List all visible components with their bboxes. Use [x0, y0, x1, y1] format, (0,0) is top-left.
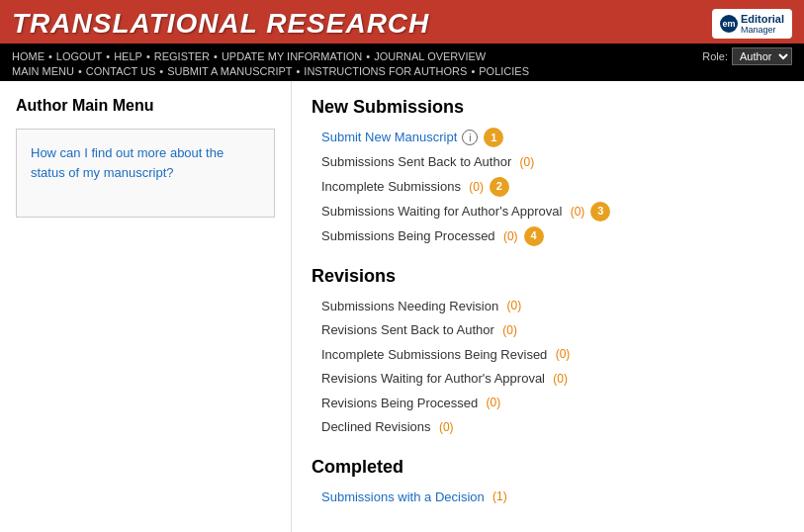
item-count: (0): [500, 227, 518, 245]
navbar-row2: MAIN MENU• CONTACT US• SUBMIT A MANUSCRI…: [12, 65, 792, 77]
nav-journal-overview[interactable]: JOURNAL OVERVIEW: [374, 50, 486, 62]
list-item: Declined Revisions (0): [321, 417, 784, 437]
site-title: TRANSLATIONAL RESEARCH: [12, 8, 429, 40]
item-label: Revisions Waiting for Author's Approval: [321, 369, 545, 389]
item-label: Revisions Sent Back to Author: [321, 320, 494, 340]
item-label: Submissions Sent Back to Author: [321, 152, 511, 172]
badge-2: 2: [490, 177, 509, 197]
new-submissions-section: New Submissions Submit New Manuscript i …: [312, 97, 784, 246]
item-count: (0): [567, 203, 584, 221]
submissions-decision-link[interactable]: Submissions with a Decision: [321, 488, 485, 507]
role-select[interactable]: Author: [732, 47, 792, 65]
item-label: Submissions Needing Revision: [321, 297, 498, 316]
item-label: Incomplete Submissions: [321, 177, 461, 197]
list-item: Incomplete Submissions Being Revised (0): [321, 345, 784, 365]
navbar: HOME• LOGOUT• HELP• REGISTER• UPDATE MY …: [0, 44, 804, 81]
em-editorial: Editorial: [741, 13, 784, 25]
completed-list: Submissions with a Decision (1): [321, 488, 784, 507]
em-logo-circle: em: [720, 15, 738, 33]
badge-4: 4: [524, 226, 544, 246]
header: TRANSLATIONAL RESEARCH em Editorial Mana…: [0, 0, 804, 44]
item-label: Submissions Being Processed: [321, 226, 495, 246]
item-label: Declined Revisions: [321, 417, 431, 437]
item-count: (0): [550, 370, 568, 388]
completed-title: Completed: [312, 457, 784, 478]
nav-update[interactable]: UPDATE MY INFORMATION: [222, 50, 362, 62]
em-badge: em Editorial Manager: [712, 9, 792, 39]
list-item: Revisions Being Processed (0): [321, 394, 784, 413]
list-item: Submit New Manuscript i 1: [321, 128, 784, 147]
sidebar-help-link[interactable]: How can I find out more about the status…: [31, 145, 223, 180]
revisions-title: Revisions: [312, 266, 784, 287]
main-layout: Author Main Menu How can I find out more…: [0, 81, 804, 532]
content-area: New Submissions Submit New Manuscript i …: [292, 81, 804, 532]
info-icon[interactable]: i: [462, 130, 478, 145]
nav-contact[interactable]: CONTACT US: [86, 65, 156, 77]
em-manager: Manager: [741, 25, 784, 35]
nav-home[interactable]: HOME: [12, 50, 45, 62]
new-submissions-list: Submit New Manuscript i 1 Submissions Se…: [321, 128, 784, 246]
item-label: Submissions Waiting for Author's Approva…: [321, 202, 562, 222]
item-count: (0): [499, 321, 517, 339]
role-label: Role:: [702, 50, 728, 62]
nav-submit-manuscript[interactable]: SUBMIT A MANUSCRIPT: [167, 65, 292, 77]
revisions-list: Submissions Needing Revision (0) Revisio…: [321, 297, 784, 437]
nav-main-menu[interactable]: MAIN MENU: [12, 65, 74, 77]
item-label: Revisions Being Processed: [321, 394, 478, 413]
new-submissions-title: New Submissions: [312, 97, 784, 118]
nav-register[interactable]: REGISTER: [154, 50, 210, 62]
item-count: (0): [466, 178, 484, 196]
item-label: Incomplete Submissions Being Revised: [321, 345, 547, 365]
list-item: Submissions Needing Revision (0): [321, 297, 784, 316]
list-item: Submissions with a Decision (1): [321, 488, 784, 507]
item-count: (0): [436, 418, 454, 436]
nav-help[interactable]: HELP: [114, 50, 142, 62]
revisions-section: Revisions Submissions Needing Revision (…: [312, 266, 784, 437]
badge-1: 1: [484, 128, 503, 147]
list-item: Submissions Waiting for Author's Approva…: [321, 202, 784, 222]
badge-3: 3: [590, 202, 610, 222]
list-item: Submissions Being Processed (0) 4: [321, 226, 784, 246]
nav-logout[interactable]: LOGOUT: [56, 50, 102, 62]
list-item: Revisions Waiting for Author's Approval …: [321, 369, 784, 389]
sidebar-title: Author Main Menu: [16, 97, 275, 115]
list-item: Submissions Sent Back to Author (0): [321, 152, 784, 172]
nav-policies[interactable]: POLICIES: [479, 65, 529, 77]
list-item: Revisions Sent Back to Author (0): [321, 320, 784, 340]
nav-instructions[interactable]: INSTRUCTIONS FOR AUTHORS: [304, 65, 467, 77]
navbar-row1: HOME• LOGOUT• HELP• REGISTER• UPDATE MY …: [12, 50, 486, 62]
sidebar: Author Main Menu How can I find out more…: [0, 81, 292, 532]
item-count: (0): [503, 297, 521, 314]
submit-new-manuscript-link[interactable]: Submit New Manuscript: [321, 128, 457, 147]
sidebar-help-box: How can I find out more about the status…: [16, 129, 275, 218]
item-count: (0): [483, 394, 500, 411]
item-count: (0): [516, 153, 534, 171]
completed-section: Completed Submissions with a Decision (1…: [312, 457, 784, 507]
item-count: (1): [490, 488, 507, 505]
role-container: Role: Author: [702, 47, 792, 65]
item-count: (0): [552, 345, 570, 363]
list-item: Incomplete Submissions (0) 2: [321, 177, 784, 197]
